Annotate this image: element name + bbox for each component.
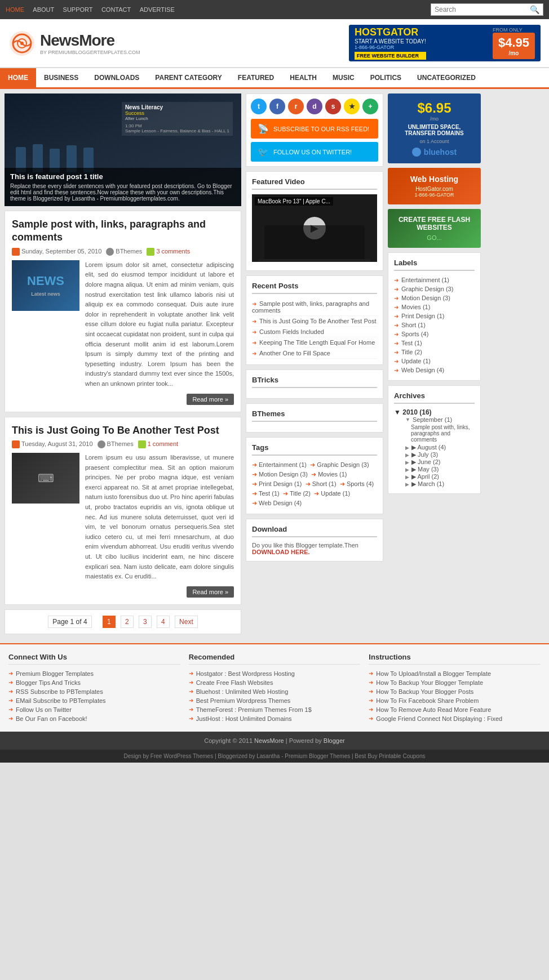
label-web-design[interactable]: Web Design (4) [394,366,475,375]
nav-downloads[interactable]: DOWNLOADS [86,68,147,87]
label-sports[interactable]: Sports (4) [394,329,475,338]
post-comments-2[interactable]: 1 comment [148,440,178,447]
archive-may[interactable]: ▶ May (3) [400,466,475,473]
archive-june[interactable]: ▶ June (2) [400,458,475,466]
archive-september[interactable]: September (1) [400,416,475,423]
tag-print-design[interactable]: Print Design (1) [252,480,302,488]
footer-link-premium[interactable]: Premium Blogger Templates [8,669,180,678]
label-print-design[interactable]: Print Design (1) [394,311,475,320]
footer-inst-4[interactable]: How To Fix Facebook Share Problem [369,696,541,705]
footer-inst-2[interactable]: How To Backup Your Blogger Template [369,678,541,687]
rss-icon[interactable]: r [288,99,304,114]
footer-link-blogger-tips[interactable]: Blogger Tips And Tricks [8,678,180,687]
nav-politics[interactable]: POLITICS [362,68,409,87]
twitter-follow-btn[interactable]: 🐦 FOLLOW US ON TWITTER! [251,142,378,162]
recent-post-2[interactable]: This is Just Going To Be Another Test Po… [252,316,377,327]
recent-post-5[interactable]: Another One to Fill Space [252,348,377,359]
read-more-btn-2[interactable]: Read more » [187,586,234,598]
search-icon[interactable]: 🔍 [530,5,539,14]
tag-sports[interactable]: Sports (4) [340,480,374,488]
label-short[interactable]: Short (1) [394,320,475,329]
archive-april[interactable]: ▶ April (2) [400,473,475,480]
tag-web-design[interactable]: Web Design (4) [252,500,302,507]
archives-title: Archives [394,391,475,404]
topnav-contact[interactable]: CONTACT [101,6,131,13]
tag-update[interactable]: Update (1) [314,490,350,497]
facebook-icon[interactable]: f [269,99,285,114]
pagination-page-1[interactable]: 1 [103,616,116,628]
footer-inst-5[interactable]: How To Remove Auto Read More Feature [369,705,541,714]
footer-site-name[interactable]: NewsMore [254,737,284,744]
tag-short[interactable]: Short (1) [306,480,337,488]
pagination-page-3[interactable]: 3 [139,616,152,628]
nav-featured[interactable]: FEATURED [230,68,282,87]
archive-post-1[interactable]: Sample post with, links, paragraphs and … [400,424,475,443]
nav-business[interactable]: BUSINESS [36,68,86,87]
rss-subscribe-btn[interactable]: 📡 SUBSCRIBE TO OUR RSS FEED! [251,119,378,139]
footer-rec-2[interactable]: Create Free Flash Websites [189,678,361,687]
nav-music[interactable]: MUSIC [325,68,362,87]
footer-rec-3[interactable]: Bluehost : Unlimited Web Hosting [189,687,361,696]
topnav-support[interactable]: SUPPORT [63,6,93,13]
plus-icon[interactable]: + [362,99,378,114]
search-input[interactable] [435,6,530,14]
tag-graphic-design[interactable]: Graphic Design (3) [310,461,369,469]
archive-july[interactable]: ▶ July (3) [400,451,475,458]
archive-august[interactable]: ▶ August (4) [400,444,475,451]
pagination-page-4[interactable]: 4 [157,616,170,628]
footer-inst-3[interactable]: How To Backup Your Blogger Posts [369,687,541,696]
post-comments-1[interactable]: 3 comments [156,248,190,255]
label-test[interactable]: Test (1) [394,338,475,348]
footer-link-email[interactable]: EMail Subscribe to PBTemplates [8,696,180,705]
digg-icon[interactable]: d [307,99,322,114]
archive-year-2010[interactable]: ▼ 2010 (16) [394,408,475,416]
label-update[interactable]: Update (1) [394,357,475,366]
twitter-icon[interactable]: t [251,99,267,114]
nav-home[interactable]: HOME [0,68,36,87]
flash-ad[interactable]: CREATE FREE FLASH WEBSITES GO... [388,209,481,248]
label-motion-design[interactable]: Motion Design (3) [394,293,475,302]
footer-rec-5[interactable]: ThemeForest : Premium Themes From 1$ [189,705,361,714]
footer-link-rss[interactable]: RSS Subscribe to PBTemplates [8,687,180,696]
read-more-btn-1[interactable]: Read more » [187,394,234,405]
recent-post-4[interactable]: Keeping The Title Length Equal For Home [252,337,377,348]
bluehost-ad[interactable]: $6.95 /mo UNLIMITED SPACE, TRANSFER DOMA… [388,93,481,163]
nav-parent-category[interactable]: PARENT CATEGORY [147,68,229,87]
footer-link-twitter[interactable]: Follow Us on Twitter [8,705,180,714]
hostgator-ad[interactable]: Web Hosting HostGator.com 1-866-96-GATOR [388,168,481,204]
label-graphic-design[interactable]: Graphic Design (3) [394,284,475,293]
nav-uncategorized[interactable]: UNCATEGORIZED [409,68,484,87]
pagination-page-2[interactable]: 2 [121,616,134,628]
tag-test[interactable]: Test (1) [252,490,280,497]
footer-rec-6[interactable]: JustHost : Host Unlimited Domains [189,714,361,723]
label-entertainment[interactable]: Entertainment (1) [394,275,475,284]
recent-post-1[interactable]: Sample post with, links, paragraphs and … [252,299,377,316]
post-title-1[interactable]: Sample post with, links, paragraphs and … [12,218,234,244]
video-thumbnail[interactable]: MacBook Pro 13" | Apple C... ▶ [252,194,377,262]
tag-title[interactable]: Title (2) [283,490,311,497]
star-icon[interactable]: ★ [344,99,360,114]
tag-movies[interactable]: Movies (1) [311,471,347,478]
footer-inst-1[interactable]: How To Upload/Install a Blogger Template [369,669,541,678]
bthemes-title: BThemes [252,409,377,422]
nav-health[interactable]: HEALTH [282,68,325,87]
footer-rec-1[interactable]: Hostgator : Best Wordpress Hosting [189,669,361,678]
header-advertisement[interactable]: HOSTGATOR START A WEBSITE TODAY! 1-866-9… [349,25,541,61]
footer-inst-6[interactable]: Google Friend Connect Not Displaying : F… [369,714,541,723]
footer-platform[interactable]: Blogger [324,737,345,744]
download-link[interactable]: DOWNLOAD HERE. [252,549,310,555]
pagination-next[interactable]: Next [175,616,198,628]
topnav-home[interactable]: HOME [6,6,24,13]
tag-motion-design[interactable]: Motion Design (3) [252,471,308,478]
archive-march[interactable]: ▶ March (1) [400,480,475,488]
stumble-icon[interactable]: s [325,99,341,114]
footer-rec-4[interactable]: Best Premium Wordpress Themes [189,696,361,705]
footer-link-facebook[interactable]: Be Our Fan on Facebook! [8,714,180,723]
recent-post-3[interactable]: Custom Fields Included [252,327,377,337]
tag-entertainment[interactable]: Entertainment (1) [252,461,307,469]
post-title-2[interactable]: This is Just Going To Be Another Test Po… [12,424,234,437]
topnav-about[interactable]: ABOUT [33,6,54,13]
topnav-advertise[interactable]: ADVERTISE [140,6,175,13]
label-title[interactable]: Title (2) [394,348,475,357]
label-movies[interactable]: Movies (1) [394,302,475,311]
